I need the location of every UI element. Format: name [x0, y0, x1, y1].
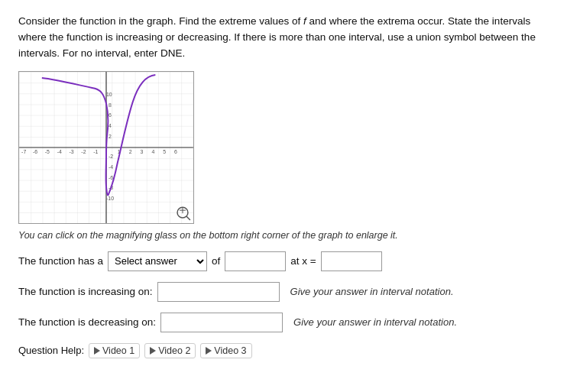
increasing-input[interactable] — [157, 282, 280, 302]
video3-button[interactable]: Video 3 — [200, 343, 251, 358]
svg-text:-1: -1 — [93, 149, 98, 154]
svg-text:-4: -4 — [57, 149, 62, 154]
svg-text:-4: -4 — [109, 164, 113, 169]
svg-text:4: 4 — [151, 149, 154, 154]
at-x-input[interactable] — [321, 251, 382, 271]
video1-label: Video 1 — [102, 345, 134, 356]
select-answer-dropdown[interactable]: Select answer maximum minimum — [108, 251, 207, 271]
svg-text:-10: -10 — [106, 196, 114, 201]
svg-text:2: 2 — [129, 149, 132, 154]
problem-text: Consider the function in the graph. Find… — [18, 14, 549, 62]
function-extremum-row: The function has a Select answer maximum… — [18, 251, 549, 271]
play-icon-2 — [150, 347, 156, 355]
graph-caption: You can click on the magnifying glass on… — [18, 230, 549, 241]
svg-text:-3: -3 — [69, 149, 73, 154]
svg-text:4: 4 — [109, 123, 112, 128]
svg-text:5: 5 — [163, 149, 166, 154]
svg-text:6: 6 — [174, 149, 177, 154]
decreasing-note: Give your answer in interval notation. — [293, 316, 457, 328]
svg-text:-6: -6 — [33, 149, 37, 154]
video1-button[interactable]: Video 1 — [89, 343, 140, 358]
video2-button[interactable]: Video 2 — [144, 343, 196, 358]
svg-text:-2: -2 — [109, 154, 113, 159]
decreasing-input[interactable] — [160, 313, 283, 332]
svg-text:-5: -5 — [45, 149, 50, 154]
play-icon-3 — [206, 347, 212, 355]
graph-svg: 1 2 3 4 5 6 -1 -2 -3 -4 -5 -6 -7 2 4 6 8… — [19, 72, 193, 223]
decreasing-label: The function is decreasing on: — [18, 316, 156, 328]
svg-text:3: 3 — [141, 149, 144, 154]
increasing-row: The function is increasing on: Give your… — [18, 282, 549, 302]
play-icon-1 — [94, 347, 100, 355]
increasing-label: The function is increasing on: — [18, 286, 153, 297]
question-help-label: Question Help: — [18, 345, 84, 356]
function-has-a-label: The function has a — [18, 255, 103, 267]
question-help-row: Question Help: Video 1 Video 2 Video 3 — [18, 343, 549, 358]
extreme-value-input[interactable] — [225, 251, 286, 271]
svg-text:-2: -2 — [81, 149, 86, 154]
svg-text:6: 6 — [109, 112, 112, 118]
video3-label: Video 3 — [214, 345, 246, 356]
svg-text:-7: -7 — [21, 149, 26, 154]
of-label: of — [212, 255, 220, 267]
svg-text:8: 8 — [109, 102, 112, 107]
svg-text:10: 10 — [106, 91, 112, 96]
video2-label: Video 2 — [158, 345, 190, 356]
at-x-label: at x = — [290, 255, 316, 267]
decreasing-row: The function is decreasing on: Give your… — [18, 313, 549, 332]
svg-text:2: 2 — [109, 134, 112, 139]
card: Consider the function in the graph. Find… — [0, 0, 567, 392]
svg-text:-6: -6 — [109, 174, 113, 180]
increasing-note: Give your answer in interval notation. — [290, 286, 454, 297]
graph-container: 1 2 3 4 5 6 -1 -2 -3 -4 -5 -6 -7 2 4 6 8… — [18, 71, 194, 224]
